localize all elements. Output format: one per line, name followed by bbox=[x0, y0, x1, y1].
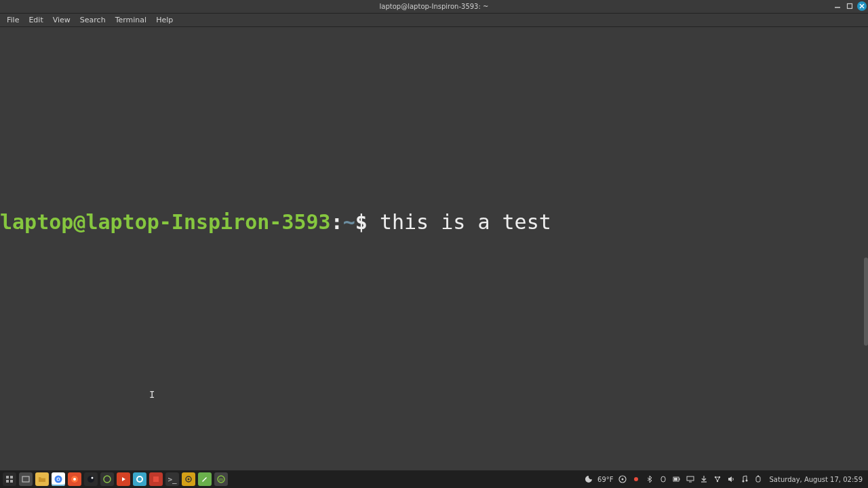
chrome-icon[interactable] bbox=[52, 472, 65, 486]
window-title: laptop@laptop-Inspiron-3593: ~ bbox=[380, 3, 489, 10]
svg-point-22 bbox=[188, 479, 190, 481]
media-player-icon[interactable] bbox=[117, 472, 130, 486]
svg-text:m: m bbox=[219, 477, 223, 482]
svg-rect-30 bbox=[679, 479, 680, 481]
menu-view[interactable]: View bbox=[49, 14, 75, 26]
terminal-scrollbar[interactable] bbox=[864, 258, 868, 346]
terminal-prompt-line: laptop@laptop-Inspiron-3593:~$ this is a… bbox=[0, 210, 551, 234]
svg-point-27 bbox=[634, 477, 638, 481]
show-desktop-icon[interactable] bbox=[19, 472, 33, 486]
obs-tray-icon[interactable] bbox=[618, 474, 627, 484]
svg-rect-45 bbox=[756, 476, 760, 482]
monitor-tray-icon[interactable] bbox=[686, 474, 695, 484]
svg-line-39 bbox=[715, 477, 717, 481]
menubar: File Edit View Search Terminal Help bbox=[0, 14, 868, 27]
maximize-button[interactable] bbox=[845, 1, 854, 11]
svg-rect-6 bbox=[6, 480, 9, 483]
menu-terminal[interactable]: Terminal bbox=[111, 14, 151, 26]
svg-rect-7 bbox=[10, 480, 13, 483]
text-cursor-icon: I bbox=[149, 389, 155, 400]
svg-marker-17 bbox=[122, 477, 125, 481]
svg-rect-28 bbox=[661, 476, 665, 482]
svg-rect-4 bbox=[6, 476, 9, 479]
datetime-label[interactable]: Saturday, August 17, 02:59 bbox=[770, 476, 863, 483]
minimize-button[interactable] bbox=[833, 1, 842, 11]
window-controls bbox=[833, 1, 867, 11]
terminal-viewport[interactable]: laptop@laptop-Inspiron-3593:~$ this is a… bbox=[0, 27, 868, 470]
temperature-label[interactable]: 69°F bbox=[597, 476, 613, 483]
close-button[interactable] bbox=[857, 1, 867, 11]
weather-icon[interactable] bbox=[584, 474, 593, 484]
svg-rect-32 bbox=[687, 476, 694, 481]
steam-icon[interactable] bbox=[84, 472, 98, 486]
svg-point-13 bbox=[73, 478, 76, 481]
app-menu-icon[interactable] bbox=[3, 472, 16, 486]
terminal-app-icon[interactable]: >_ bbox=[165, 472, 179, 486]
menu-help[interactable]: Help bbox=[152, 14, 177, 26]
svg-point-14 bbox=[87, 476, 94, 483]
svg-rect-1 bbox=[848, 4, 852, 9]
power-tray-icon[interactable] bbox=[753, 474, 763, 484]
svg-point-43 bbox=[745, 480, 747, 482]
menu-search[interactable]: Search bbox=[76, 14, 110, 26]
svg-rect-46 bbox=[757, 476, 759, 477]
steam-alt-icon[interactable] bbox=[100, 472, 114, 486]
editor-app-icon[interactable] bbox=[198, 472, 212, 486]
svg-rect-31 bbox=[674, 478, 677, 481]
taskbar-left: >_ m bbox=[3, 472, 228, 486]
prompt-symbol: $ bbox=[355, 210, 368, 234]
svg-point-16 bbox=[104, 476, 111, 483]
prompt-path: ~ bbox=[343, 210, 355, 234]
svg-point-26 bbox=[621, 479, 623, 481]
music-tray-icon[interactable] bbox=[740, 474, 749, 484]
window-titlebar: laptop@laptop-Inspiron-3593: ~ bbox=[0, 0, 868, 14]
svg-rect-20 bbox=[153, 476, 159, 482]
prompt-user-host: laptop@laptop-Inspiron-3593 bbox=[0, 210, 331, 234]
files-icon[interactable] bbox=[35, 472, 49, 486]
svg-marker-41 bbox=[728, 476, 732, 482]
prompt-command-input: this is a test bbox=[368, 210, 551, 234]
svg-point-15 bbox=[92, 477, 94, 479]
mint-menu-icon[interactable]: m bbox=[214, 472, 228, 486]
taskbar: >_ m 69°F bbox=[0, 470, 868, 488]
record-tray-icon[interactable] bbox=[631, 474, 641, 484]
svg-rect-5 bbox=[10, 476, 13, 479]
svg-rect-8 bbox=[22, 476, 29, 482]
firefox-icon[interactable] bbox=[68, 472, 81, 486]
mouse-tray-icon[interactable] bbox=[658, 474, 668, 484]
settings-app-icon[interactable] bbox=[182, 472, 195, 486]
taskbar-right: 69°F Satu bbox=[584, 474, 865, 484]
menu-edit[interactable]: Edit bbox=[24, 14, 47, 26]
chat-app-icon[interactable] bbox=[133, 472, 146, 486]
volume-tray-icon[interactable] bbox=[726, 474, 736, 484]
prompt-colon: : bbox=[331, 210, 343, 234]
network-tray-icon[interactable] bbox=[713, 474, 722, 484]
red-app-icon[interactable] bbox=[149, 472, 163, 486]
menu-file[interactable]: File bbox=[3, 14, 23, 26]
bluetooth-icon[interactable] bbox=[645, 474, 654, 484]
svg-point-11 bbox=[58, 479, 60, 481]
svg-line-40 bbox=[717, 477, 719, 481]
battery-tray-icon[interactable] bbox=[672, 474, 682, 484]
updates-tray-icon[interactable] bbox=[699, 474, 709, 484]
svg-point-19 bbox=[138, 477, 142, 481]
